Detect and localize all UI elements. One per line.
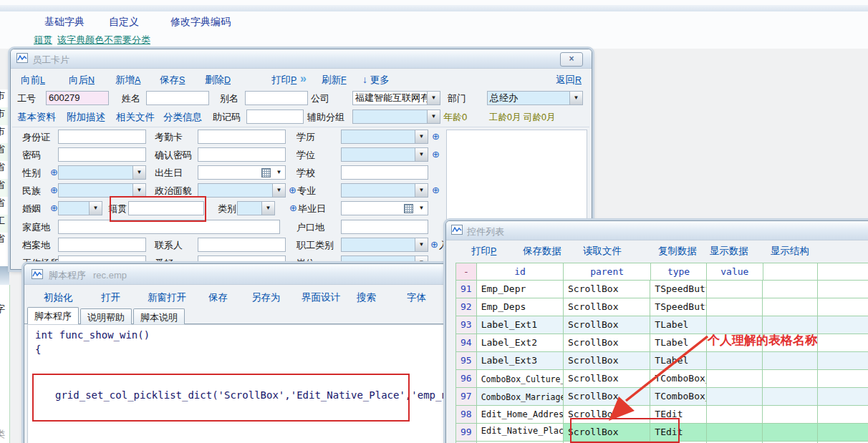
name-field[interactable] bbox=[146, 91, 209, 105]
chevron-down-icon[interactable]: ▼ bbox=[415, 202, 428, 215]
chevron-down-icon[interactable]: ▼ bbox=[415, 130, 428, 143]
open-button[interactable]: 打开 bbox=[101, 291, 120, 304]
plus-circle-icon[interactable]: ⊕ bbox=[432, 131, 440, 142]
major-select[interactable]: ▼ bbox=[341, 183, 428, 198]
plus-circle-icon[interactable]: ⊕ bbox=[432, 185, 440, 195]
cell-value[interactable] bbox=[707, 298, 763, 316]
birthday-datepicker[interactable]: ▼ bbox=[198, 165, 286, 180]
copy-data-button[interactable]: 复制数据 bbox=[658, 245, 697, 258]
next-button[interactable]: 向后N bbox=[69, 74, 95, 87]
idcard-field[interactable] bbox=[58, 130, 146, 144]
table-row[interactable]: 91 Emp_Depr ScrollBox TSpeedButton bbox=[456, 281, 868, 298]
script-titlebar[interactable] bbox=[24, 264, 452, 285]
refresh-button[interactable]: 刷新F bbox=[322, 74, 347, 87]
save-as-button[interactable]: 另存为 bbox=[251, 291, 281, 304]
show-structure-button[interactable]: 显示结构 bbox=[771, 245, 809, 258]
chevron-double-right-icon[interactable]: » bbox=[300, 72, 307, 85]
employee-card-titlebar[interactable] bbox=[11, 49, 592, 69]
header-type[interactable]: type bbox=[651, 263, 707, 281]
alias-field[interactable] bbox=[245, 91, 308, 105]
gender-select[interactable]: ▼ bbox=[58, 165, 146, 180]
header-id[interactable]: id bbox=[477, 263, 564, 281]
prev-button[interactable]: 向前L bbox=[21, 74, 45, 87]
menu-custom[interactable]: 自定义 bbox=[109, 16, 139, 29]
category-select[interactable]: ▼ bbox=[237, 201, 275, 215]
plus-circle-icon[interactable]: ⊕ bbox=[50, 185, 58, 195]
chevron-down-icon[interactable]: ▼ bbox=[89, 202, 102, 215]
tab-related-files[interactable]: 相关文件 bbox=[116, 111, 155, 124]
table-row[interactable]: 92 Emp_Deps ScrollBox TSpeedButton bbox=[456, 298, 868, 316]
control-list-titlebar[interactable] bbox=[446, 221, 868, 240]
cell-id[interactable]: Edit_Home_Address bbox=[477, 406, 564, 424]
emp-type-select[interactable]: ▼ bbox=[341, 238, 428, 252]
tab-script-program[interactable]: 脚本程序 bbox=[27, 307, 79, 324]
back-button[interactable]: 返回R bbox=[556, 74, 582, 87]
cell-parent[interactable]: ScrollBox bbox=[564, 298, 650, 316]
mnemonic-field[interactable] bbox=[246, 109, 304, 124]
read-file-button[interactable]: 读取文件 bbox=[583, 245, 622, 258]
confirm-password-field[interactable] bbox=[198, 147, 286, 162]
tab-script-desc[interactable]: 脚本说明 bbox=[133, 308, 185, 324]
tab-basic-info[interactable]: 基本资料 bbox=[17, 111, 56, 124]
cell-id[interactable]: Label_Ext1 bbox=[477, 316, 564, 334]
cell-type[interactable]: TSpeedButton bbox=[650, 298, 706, 316]
empno-field[interactable]: 600279 bbox=[46, 91, 109, 105]
header-parent[interactable]: parent bbox=[564, 263, 651, 281]
header-value[interactable]: value bbox=[707, 263, 763, 281]
auxgroup-select[interactable]: ▼ bbox=[352, 109, 440, 124]
cell-id[interactable]: Emp_Depr bbox=[477, 281, 564, 298]
ui-design-button[interactable]: 界面设计 bbox=[302, 291, 340, 304]
education-select[interactable]: ▼ bbox=[341, 130, 428, 144]
dept-select[interactable]: 总经办▼ bbox=[487, 91, 583, 105]
household-field[interactable] bbox=[341, 220, 428, 234]
show-data-button[interactable]: 显示数据 bbox=[710, 245, 748, 258]
plus-circle-icon[interactable]: ⊕ bbox=[432, 149, 440, 160]
contact-field[interactable] bbox=[198, 238, 286, 252]
home-address-field[interactable] bbox=[58, 220, 280, 234]
ethnic-select[interactable]: ▼ bbox=[58, 183, 146, 198]
chevron-down-icon[interactable]: ▼ bbox=[569, 92, 582, 104]
tab-class-info[interactable]: 分类信息 bbox=[163, 111, 202, 124]
dict-name-label[interactable]: 籍贯 bbox=[34, 34, 52, 47]
politics-select[interactable]: ▼ bbox=[198, 183, 286, 198]
chevron-down-icon[interactable]: ▼ bbox=[272, 184, 285, 197]
menu-modify-dict-code[interactable]: 修改字典编码 bbox=[170, 16, 231, 29]
attendance-field[interactable] bbox=[198, 130, 286, 144]
graduation-datepicker[interactable]: ▼ bbox=[341, 201, 428, 215]
chevron-down-icon[interactable]: ▼ bbox=[427, 92, 440, 104]
more-button[interactable]: ↓ 更多 bbox=[362, 74, 390, 87]
init-button[interactable]: 初始化 bbox=[44, 291, 73, 304]
cell-id[interactable]: Label_Ext3 bbox=[477, 352, 564, 370]
cell-id[interactable]: Emp_Deps bbox=[477, 298, 564, 316]
chevron-down-icon[interactable]: ▼ bbox=[415, 238, 428, 251]
cell-type[interactable]: TSpeedButton bbox=[650, 281, 706, 298]
plus-circle-icon[interactable]: ⊕ bbox=[430, 239, 438, 250]
plus-circle-icon[interactable]: ⊕ bbox=[50, 167, 58, 177]
menu-basic-dictionary[interactable]: 基础字典 bbox=[44, 16, 85, 29]
open-new-window-button[interactable]: 新窗打开 bbox=[148, 291, 186, 304]
password-field[interactable] bbox=[58, 147, 146, 162]
cell-id[interactable]: Edit_Native_Place bbox=[477, 424, 564, 442]
company-select[interactable]: 福建智能互联网有限▼ bbox=[352, 91, 440, 105]
marriage-select[interactable]: ▼ bbox=[58, 201, 102, 215]
plus-circle-icon[interactable]: ⊕ bbox=[289, 185, 296, 195]
cell-id[interactable]: ComboBox_Culture_Degree bbox=[477, 370, 564, 388]
cell-id[interactable]: ComboBox_Marriage_Flag bbox=[477, 388, 564, 406]
cell-id[interactable]: Label_Ext2 bbox=[477, 334, 564, 352]
chevron-down-icon[interactable]: ▼ bbox=[132, 184, 145, 197]
save-button[interactable]: 保存S bbox=[160, 74, 185, 87]
print-button[interactable]: 打印P bbox=[271, 74, 296, 87]
search-button[interactable]: 搜索 bbox=[357, 291, 376, 304]
cell-value[interactable] bbox=[707, 281, 763, 298]
chevron-down-icon[interactable]: ▼ bbox=[273, 166, 285, 179]
chevron-down-icon[interactable]: ▼ bbox=[415, 148, 428, 161]
file-address-field[interactable] bbox=[58, 238, 146, 252]
tab-extra-desc[interactable]: 附加描述 bbox=[67, 111, 105, 124]
tab-help[interactable]: 说明帮助 bbox=[80, 308, 132, 324]
chevron-down-icon[interactable]: ▼ bbox=[132, 166, 145, 179]
save-data-button[interactable]: 保存数据 bbox=[523, 245, 561, 258]
plus-circle-icon[interactable]: ⊕ bbox=[289, 203, 297, 213]
font-button[interactable]: 字体 bbox=[407, 291, 426, 304]
chevron-down-icon[interactable]: ▼ bbox=[261, 202, 274, 215]
cell-parent[interactable]: ScrollBox bbox=[564, 281, 650, 298]
